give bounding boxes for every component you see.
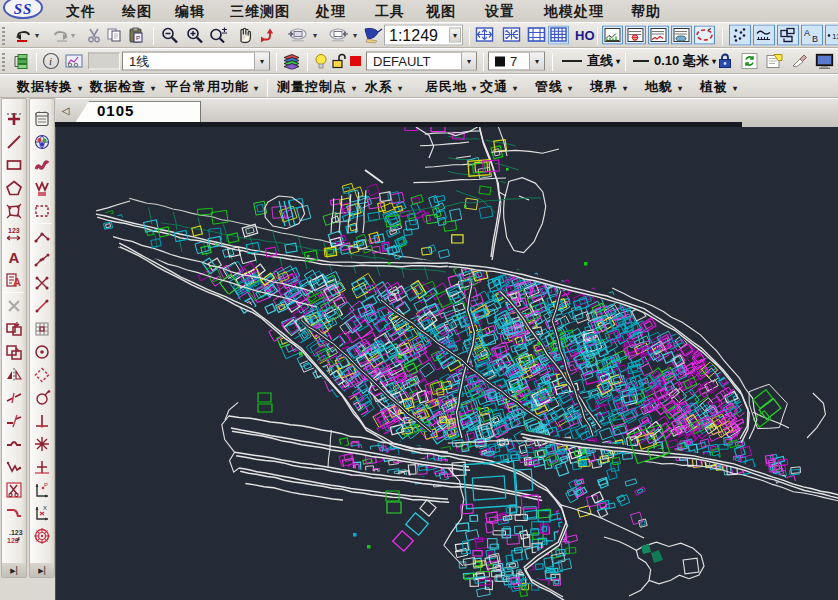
svg-text:B: B [812, 34, 818, 44]
svg-text:.123: .123 [9, 529, 23, 536]
svg-text:X: X [43, 505, 47, 511]
svg-text:P: P [44, 482, 48, 488]
svg-text:HO: HO [575, 28, 595, 42]
svg-text:P: P [136, 35, 140, 41]
svg-text:A: A [13, 276, 21, 288]
svg-text:123: 123 [832, 32, 838, 41]
svg-text:i: i [49, 55, 52, 67]
svg-text:A: A [9, 249, 20, 266]
svg-text:A: A [804, 28, 810, 38]
svg-text:123: 123 [8, 227, 20, 234]
